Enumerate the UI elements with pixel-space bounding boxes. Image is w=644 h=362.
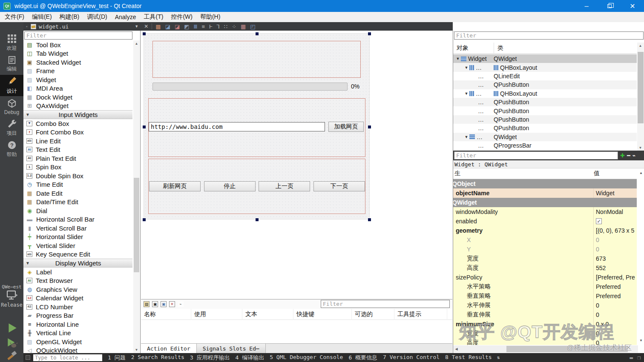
object-tree-row[interactable]: ▼…QHBoxLayout xyxy=(453,89,637,98)
layout-splitter-h-icon[interactable]: Ⱶ xyxy=(209,23,213,30)
property-row[interactable]: Y0 xyxy=(453,245,637,254)
edit-signals-icon[interactable]: ◪ xyxy=(165,23,170,30)
selection-handle[interactable] xyxy=(368,218,371,221)
edit-buddies-icon[interactable]: ◪ xyxy=(175,23,180,30)
action-column-3[interactable]: 快捷键 xyxy=(293,309,352,320)
layout-form-icon[interactable]: ∷ xyxy=(224,23,227,30)
widget-box-item[interactable]: abLine Edit xyxy=(23,137,132,145)
menu-item[interactable]: 构建(B) xyxy=(56,13,83,21)
adjust-size-icon[interactable]: ◰ xyxy=(250,23,255,30)
selection-handle[interactable] xyxy=(143,125,146,128)
scrollbar-thumb[interactable] xyxy=(638,52,644,123)
layout-splitter-v-icon[interactable]: Ꞁ xyxy=(217,23,220,30)
object-tree-row[interactable]: …QPushButton xyxy=(453,106,637,115)
edit-taborder-icon[interactable]: ◩ xyxy=(184,23,189,30)
object-tree-row[interactable]: ▼…QHBoxLayout xyxy=(453,63,637,71)
form-progress-bar[interactable] xyxy=(152,83,348,91)
widget-box-item[interactable]: ◉Dial xyxy=(23,206,132,215)
action-column-2[interactable]: 文本 xyxy=(242,309,293,320)
object-inspector-filter-input[interactable] xyxy=(454,31,644,40)
action-editor-filter-input[interactable] xyxy=(321,300,450,308)
widget-box-item[interactable]: fFont Combo Box xyxy=(23,128,132,137)
widget-box-item[interactable]: ◷Time Edit xyxy=(23,180,132,189)
widget-box-item[interactable]: ┿Horizontal Slider xyxy=(23,233,132,242)
copy-action-icon[interactable]: ▣ xyxy=(152,301,158,307)
remove-property-icon[interactable]: ━ xyxy=(627,152,630,159)
add-property-icon[interactable]: ✚ xyxy=(620,152,625,159)
widget-box-item[interactable]: ⊞QAxWidget xyxy=(23,102,132,111)
widget-category-header[interactable]: ▼Display Widgets xyxy=(23,259,132,268)
object-tree-row[interactable]: …QPushButton xyxy=(453,98,637,106)
widget-box-item[interactable]: ▰Progress Bar xyxy=(23,311,132,320)
widget-category-header[interactable]: ▼Input Widgets xyxy=(23,110,132,119)
widget-box-item[interactable]: ▨OpenGL Widget xyxy=(23,337,132,346)
object-tree-row[interactable]: …QPushButton xyxy=(453,124,637,132)
output-pane-button[interactable]: 4 编译输出 xyxy=(236,354,264,362)
menu-item[interactable]: 文件(F) xyxy=(1,13,28,21)
configure-action-icon[interactable]: ⌁ xyxy=(178,301,184,307)
minimize-button[interactable]: ─ xyxy=(575,0,598,12)
mode-wrench[interactable]: 项目 xyxy=(0,117,23,139)
object-tree-row[interactable]: …QPushButton xyxy=(453,80,637,89)
menu-item[interactable]: 编辑(E) xyxy=(28,13,56,21)
widget-box-item[interactable]: ▨Frame xyxy=(23,67,132,76)
widget-box-item[interactable]: ◧MDI Area xyxy=(23,84,132,93)
output-pane-button[interactable]: 2 Search Results xyxy=(131,354,184,362)
widget-box-item[interactable]: ┳Vertical Slider xyxy=(23,241,132,250)
property-row[interactable]: sizePolicy[Preferred, Pre xyxy=(453,273,637,282)
widget-box-item[interactable]: ◍Graphics View xyxy=(23,285,132,294)
property-row[interactable]: 垂直策略Preferred xyxy=(453,291,637,301)
scroll-left-icon[interactable]: ◀ xyxy=(453,346,460,352)
nav-button[interactable]: 刷新网页 xyxy=(149,181,201,191)
scroll-up-icon[interactable]: ▲ xyxy=(133,40,140,46)
action-column-1[interactable]: 使用 xyxy=(191,309,242,320)
checkbox-checked-icon[interactable]: ✓ xyxy=(596,218,602,224)
widget-box-item[interactable]: AIText Browser xyxy=(23,276,132,285)
menu-item[interactable]: 工具(T) xyxy=(140,13,167,21)
kit-selector[interactable]: QWe⋯est Release xyxy=(0,284,23,308)
widget-box-item[interactable]: ◫Tab Widget xyxy=(23,49,132,58)
property-row[interactable]: objectNameWidget xyxy=(453,188,637,198)
column-object[interactable]: 对象 xyxy=(453,44,494,52)
close-button[interactable]: ✕ xyxy=(621,0,644,12)
load-page-button[interactable]: 加载网页 xyxy=(328,122,364,132)
mode-grid[interactable]: 欢迎 xyxy=(0,32,23,54)
configure-property-icon[interactable]: ⌁ xyxy=(632,152,636,159)
scroll-up-icon[interactable]: ▲ xyxy=(637,43,644,48)
widget-box-item[interactable]: ◈Label xyxy=(23,268,132,276)
action-column-4[interactable]: 可选的 xyxy=(352,309,394,320)
restore-button[interactable] xyxy=(598,0,621,12)
mode-pencil[interactable]: 设计 xyxy=(0,75,23,96)
layout-vertical-icon[interactable]: ≡ xyxy=(202,23,205,30)
selection-handle[interactable] xyxy=(368,32,371,35)
scrollbar-thumb[interactable] xyxy=(134,178,139,272)
selection-handle[interactable] xyxy=(143,32,146,35)
locator-input[interactable] xyxy=(33,354,102,361)
widget-box-item[interactable]: AIPlain Text Edit xyxy=(23,154,132,163)
document-dropdown-icon[interactable]: ▼ xyxy=(135,24,138,29)
output-pane-arrows-icon[interactable]: ⇅ xyxy=(497,355,500,360)
mode-document[interactable]: 编辑 xyxy=(0,54,23,75)
property-row[interactable]: 水平策略Preferred xyxy=(453,282,637,291)
widget-box-item[interactable]: ≡Horizontal Line xyxy=(23,320,132,329)
selection-handle[interactable] xyxy=(368,125,371,128)
menu-item[interactable]: 帮助(H) xyxy=(196,13,224,21)
object-tree-row[interactable]: ▼…QWidget xyxy=(453,133,637,141)
new-action-icon[interactable]: ▤ xyxy=(144,301,150,307)
widget-box-item[interactable]: ◁QQuickWidget xyxy=(23,346,132,353)
widget-box-item[interactable]: ▦Date/Time Edit xyxy=(23,198,132,207)
tab-signals-slots-ed-[interactable]: Signals Slots Ed⋯ xyxy=(197,344,266,353)
widget-box-scrollbar[interactable]: ▲ ▼ xyxy=(133,40,140,353)
property-row[interactable]: 垂直伸展0 xyxy=(453,310,637,319)
output-pane-button[interactable]: 7 Version Control xyxy=(383,354,440,362)
selection-handle[interactable] xyxy=(256,218,259,221)
property-filter-input[interactable] xyxy=(454,151,618,160)
output-pane-button[interactable]: 1 问题 xyxy=(108,354,126,362)
object-tree-row[interactable]: …QPushButton xyxy=(453,115,637,124)
widget-box-item[interactable]: 42LCD Number xyxy=(23,302,132,311)
property-row[interactable]: 宽度673 xyxy=(453,254,637,263)
build-button[interactable] xyxy=(0,351,23,362)
object-tree-row[interactable]: ▼WidgetQWidget xyxy=(453,54,637,63)
widget-box-item[interactable]: ▤Tool Box xyxy=(23,40,132,49)
layout-grid-icon[interactable]: ⁘ xyxy=(232,23,236,30)
